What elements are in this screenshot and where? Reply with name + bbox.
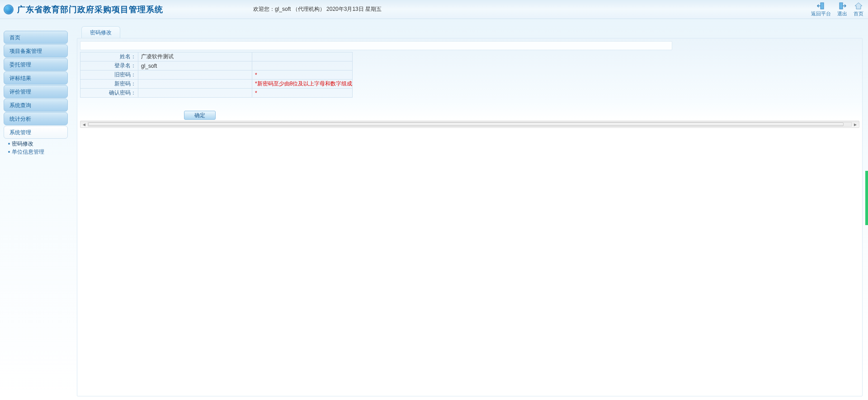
scroll-left-icon[interactable]: ◄ bbox=[80, 121, 88, 127]
header: 广东省教育部门政府采购项目管理系统 欢迎您：gl_soft （代理机构） 202… bbox=[0, 0, 868, 19]
label-login: 登录名： bbox=[80, 61, 138, 71]
label-confirmpw: 确认密码： bbox=[80, 89, 138, 98]
new-password-input[interactable] bbox=[141, 80, 252, 88]
header-actions: 返回平台 退出 首页 bbox=[811, 2, 863, 17]
tab-password-change[interactable]: 密码修改 bbox=[81, 26, 120, 38]
sidebar-sub-org-info[interactable]: 单位信息管理 bbox=[8, 148, 68, 156]
sidebar-item-home[interactable]: 首页 bbox=[4, 31, 68, 44]
svg-rect-1 bbox=[840, 3, 843, 9]
button-row: 确定 bbox=[80, 110, 859, 121]
logout-label: 退出 bbox=[837, 10, 847, 17]
label-oldpw: 旧密码： bbox=[80, 71, 138, 80]
sidebar-sub-password[interactable]: 密码修改 bbox=[8, 140, 68, 148]
password-form: 姓名： 广凌软件测试 登录名： gl_soft 旧密码： * 新密码： *新密码… bbox=[80, 52, 353, 98]
value-name: 广凌软件测试 bbox=[138, 52, 252, 61]
toolbar-strip bbox=[80, 41, 672, 50]
sidebar-item-system-query[interactable]: 系统查询 bbox=[4, 99, 68, 112]
welcome-role: （代理机构） bbox=[292, 6, 325, 12]
welcome-prefix: 欢迎您： bbox=[253, 6, 275, 12]
content-pane: 姓名： 广凌软件测试 登录名： gl_soft 旧密码： * 新密码： *新密码… bbox=[77, 38, 863, 396]
app-logo-icon bbox=[4, 5, 14, 14]
return-label: 返回平台 bbox=[811, 10, 831, 17]
door-in-icon bbox=[838, 2, 847, 10]
value-login: gl_soft bbox=[138, 61, 252, 71]
svg-rect-0 bbox=[821, 3, 824, 9]
label-newpw: 新密码： bbox=[80, 80, 138, 89]
sidebar-submenu: 密码修改 单位信息管理 bbox=[4, 140, 68, 156]
confirm-password-input[interactable] bbox=[141, 89, 252, 97]
welcome-user: gl_soft bbox=[275, 6, 291, 12]
scroll-right-icon[interactable]: ► bbox=[852, 121, 859, 127]
tip-newpw: *新密码至少由8位及以上字母和数字组成 bbox=[252, 80, 353, 89]
sidebar-item-bid-result[interactable]: 评标结果 bbox=[4, 71, 68, 85]
tip-confirmpw: * bbox=[252, 89, 353, 98]
sidebar-item-system-manage[interactable]: 系统管理 bbox=[4, 126, 68, 139]
sidebar-item-evaluation[interactable]: 评价管理 bbox=[4, 85, 68, 98]
sidebar-item-statistics[interactable]: 统计分析 bbox=[4, 112, 68, 125]
scroll-track[interactable] bbox=[88, 122, 852, 127]
right-edge-indicator bbox=[865, 171, 868, 225]
app-title: 广东省教育部门政府采购项目管理系统 bbox=[17, 4, 163, 15]
sidebar-item-project-filing[interactable]: 项目备案管理 bbox=[4, 44, 68, 57]
horizontal-scrollbar[interactable]: ◄ ► bbox=[80, 121, 859, 128]
tip-oldpw: * bbox=[252, 71, 353, 80]
door-out-icon bbox=[816, 2, 826, 10]
scroll-thumb[interactable] bbox=[88, 122, 844, 126]
return-platform-button[interactable]: 返回平台 bbox=[811, 2, 831, 17]
home-icon bbox=[854, 2, 863, 10]
sidebar: 首页 项目备案管理 委托管理 评标结果 评价管理 系统查询 统计分析 系统管理 … bbox=[4, 31, 68, 156]
old-password-input[interactable] bbox=[141, 71, 252, 79]
tip-name bbox=[252, 52, 353, 61]
sidebar-item-entrust[interactable]: 委托管理 bbox=[4, 58, 68, 71]
tip-login bbox=[252, 61, 353, 71]
logout-button[interactable]: 退出 bbox=[837, 2, 847, 17]
home-button[interactable]: 首页 bbox=[854, 2, 863, 17]
home-label: 首页 bbox=[854, 10, 863, 17]
label-name: 姓名： bbox=[80, 52, 138, 61]
submit-button[interactable]: 确定 bbox=[184, 111, 216, 120]
welcome-date: 2020年3月13日 星期五 bbox=[326, 6, 382, 12]
welcome-text: 欢迎您：gl_soft （代理机构） 2020年3月13日 星期五 bbox=[253, 5, 382, 13]
